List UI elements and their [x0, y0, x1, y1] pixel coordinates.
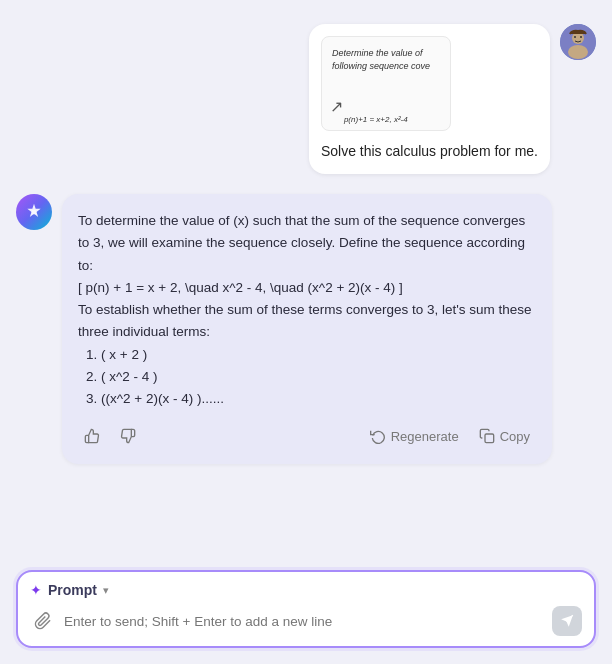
ai-list-item-1: 1. ( x + 2 ) — [86, 344, 536, 366]
regenerate-button[interactable]: Regenerate — [364, 424, 465, 448]
ai-avatar — [16, 194, 52, 230]
chat-area: Determine the value of following sequenc… — [0, 0, 612, 558]
ai-actions-bar: Regenerate Copy — [78, 424, 536, 448]
user-message-row: Determine the value of following sequenc… — [16, 24, 596, 174]
chevron-down-icon: ▾ — [103, 584, 109, 597]
svg-rect-6 — [485, 434, 494, 443]
ai-bubble: To determine the value of (x) such that … — [62, 194, 552, 464]
input-container: ✦ Prompt ▾ — [16, 570, 596, 648]
svg-point-2 — [568, 45, 588, 59]
prompt-label: Prompt — [48, 582, 97, 598]
math-formula-text: p(n)+1 = x+2, x²-4 — [344, 115, 408, 124]
send-button[interactable] — [552, 606, 582, 636]
thumbs-down-button[interactable] — [114, 424, 142, 448]
copy-button[interactable]: Copy — [473, 424, 536, 448]
input-row — [30, 606, 582, 636]
user-message-text: Solve this calculus problem for me. — [321, 141, 538, 162]
ai-list-item-2: 2. ( x^2 - 4 ) — [86, 366, 536, 388]
ai-list-item-3: 3. ((x^2 + 2)(x - 4) )...... — [86, 388, 536, 410]
avatar — [560, 24, 596, 60]
svg-point-3 — [574, 36, 576, 38]
svg-point-4 — [580, 36, 582, 38]
input-area: ✦ Prompt ▾ — [0, 558, 612, 664]
math-image-text: Determine the value of following sequenc… — [332, 47, 440, 72]
sparkle-icon: ✦ — [30, 582, 42, 598]
attach-button[interactable] — [30, 608, 56, 634]
ai-response-text: To determine the value of (x) such that … — [78, 210, 536, 410]
user-bubble: Determine the value of following sequenc… — [309, 24, 550, 174]
math-arrow-icon: ↗ — [330, 97, 343, 116]
svg-point-5 — [32, 210, 37, 215]
math-image-card: Determine the value of following sequenc… — [321, 36, 451, 131]
prompt-header[interactable]: ✦ Prompt ▾ — [30, 582, 582, 598]
ai-message-row: To determine the value of (x) such that … — [16, 194, 596, 464]
thumbs-up-button[interactable] — [78, 424, 106, 448]
message-input[interactable] — [64, 614, 544, 629]
